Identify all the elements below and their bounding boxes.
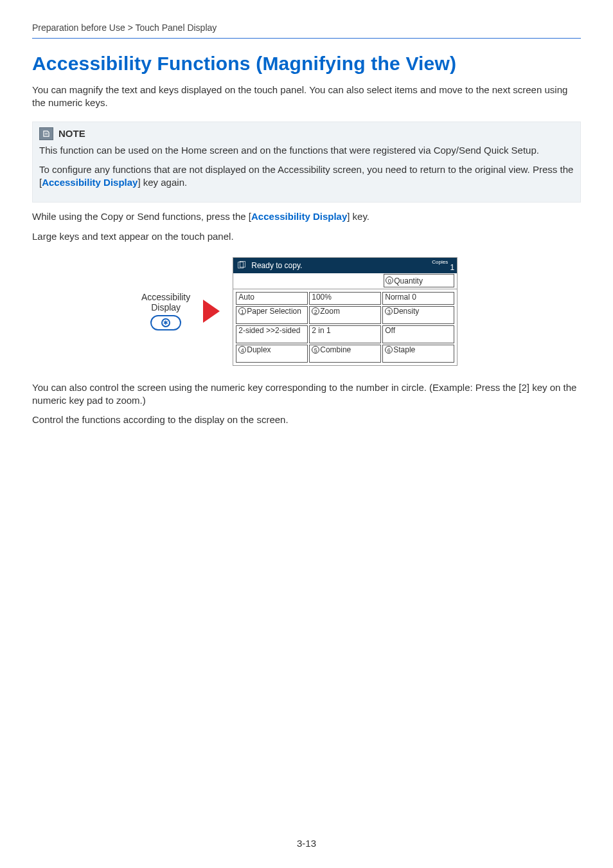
arrow-right-icon: [203, 300, 220, 323]
page-number: 3-13: [0, 838, 613, 849]
combine-value[interactable]: 2 in 1: [309, 325, 381, 343]
paper-value[interactable]: Auto: [236, 292, 308, 305]
paper-selection-button[interactable]: 1Paper Selection: [236, 306, 308, 324]
quantity-button[interactable]: 0Quantity: [384, 274, 454, 287]
zoom-button[interactable]: 2Zoom: [309, 306, 381, 324]
intro-paragraph: You can magnify the text and keys displa…: [32, 84, 581, 110]
divider: [32, 38, 581, 39]
key-label-line1: Accessibility: [141, 292, 190, 302]
figure: Accessibility Display ✱ Ready to copy. C…: [141, 257, 581, 366]
note-icon: [39, 127, 53, 140]
body-para-4: Control the functions according to the d…: [32, 413, 581, 426]
accessibility-display-link[interactable]: Accessibility Display: [251, 211, 347, 222]
note-title: NOTE: [58, 128, 85, 139]
body-para-2: Large keys and text appear on the touch …: [32, 230, 581, 243]
breadcrumb: Preparation before Use > Touch Panel Dis…: [32, 23, 581, 33]
note-box: NOTE This function can be used on the Ho…: [32, 122, 581, 203]
copies-value: 1: [450, 263, 455, 272]
density-value[interactable]: Normal 0: [382, 292, 454, 305]
staple-value[interactable]: Off: [382, 325, 454, 343]
copies-label: Copies: [432, 259, 448, 265]
panel-status: Ready to copy.: [251, 261, 454, 270]
zoom-value[interactable]: 100%: [309, 292, 381, 305]
combine-button[interactable]: 5Combine: [309, 345, 381, 363]
panel-header: Ready to copy. Copies 1: [233, 258, 457, 273]
key-label-line2: Display: [151, 302, 181, 312]
note-para-1: This function can be used on the Home sc…: [39, 144, 574, 157]
key-oval: ✱: [150, 315, 181, 330]
accessibility-icon: ✱: [161, 318, 170, 327]
page-title: Accessibility Functions (Magnifying the …: [32, 53, 581, 75]
note-para-2: To configure any functions that are not …: [39, 163, 574, 190]
copy-icon: [236, 260, 247, 271]
duplex-button[interactable]: 4Duplex: [236, 345, 308, 363]
staple-button[interactable]: 6Staple: [382, 345, 454, 363]
touch-panel-mock: Ready to copy. Copies 1 0Quantity Auto 1…: [233, 257, 458, 366]
duplex-value[interactable]: 2-sided >>2-sided: [236, 325, 308, 343]
body-para-1: While using the Copy or Send functions, …: [32, 210, 581, 223]
accessibility-display-link[interactable]: Accessibility Display: [42, 177, 138, 188]
body-para-3: You can also control the screen using th…: [32, 381, 581, 408]
accessibility-display-key[interactable]: Accessibility Display ✱: [141, 292, 190, 330]
density-button[interactable]: 3Density: [382, 306, 454, 324]
